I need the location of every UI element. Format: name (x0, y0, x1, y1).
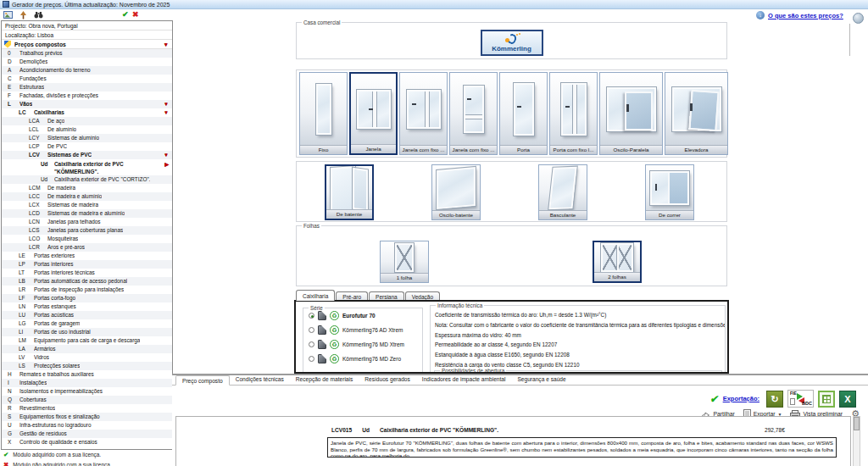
tree-item[interactable]: LR Portas de inspecção para instalações (2, 286, 172, 294)
tree-item[interactable]: LI Portas de uso industrial (2, 328, 172, 336)
item-description[interactable]: Janela de PVC, série Eurofutur 70 "KÖMME… (327, 437, 837, 458)
tree-item[interactable]: F Fachadas, divisões e protecções (2, 92, 172, 100)
tree-item[interactable]: LP Portas interiores (2, 260, 172, 269)
tree-item[interactable]: LM Equipamento para cais de carga e desc… (2, 336, 172, 345)
window-type-card[interactable]: Porta (499, 72, 548, 155)
tree-item[interactable]: A Acondicionamento do terreno (2, 66, 172, 75)
tree-item[interactable]: LCX Sistemas de madeira (2, 201, 172, 209)
vertical-scrollbar[interactable] (853, 416, 860, 466)
tree-item[interactable]: LN Portas estanques (2, 302, 172, 311)
tree-item[interactable]: L Vãos ▼ (2, 100, 172, 108)
window-type-card[interactable]: Janela com fixo ... (449, 72, 498, 155)
tree-item[interactable]: X Controlo de qualidade e ensaios (2, 438, 172, 447)
opening-type-card[interactable]: De batente (325, 164, 374, 220)
tree-item[interactable]: LE Portas exteriores (2, 252, 172, 260)
tree-item[interactable]: Q Coberturas (2, 396, 172, 404)
component-tab[interactable]: Caixilharia (296, 290, 335, 301)
export-link[interactable]: Exportação: (723, 395, 760, 402)
tree-item[interactable]: Ud Caixilharia exterior de PVC "KÖMMERLI… (2, 159, 172, 175)
window-type-card[interactable]: Janela com fixo ... (399, 72, 448, 155)
series-option-row[interactable]: ♻ Kömmerling76 AD Xtrem (303, 323, 422, 337)
result-tab[interactable]: Resíduos gerados (359, 374, 416, 385)
opening-type-card[interactable]: De correr (645, 164, 694, 220)
excel-export-icon[interactable]: X (839, 391, 856, 408)
tree-item[interactable]: LV Vidros (2, 353, 172, 362)
spreadsheet-export-icon[interactable] (818, 391, 835, 408)
tree-item[interactable]: LCM De madeira (2, 184, 172, 192)
tree-item[interactable]: LCY Sistemas de alumínio (2, 134, 172, 142)
slide-image-icon[interactable] (3, 10, 13, 19)
tree-item-arrow-icon[interactable]: ▶ (164, 160, 169, 169)
tree-item[interactable]: N Isolamentos e impermeabilizações (2, 387, 172, 396)
tree-item[interactable]: LCS Janelas para coberturas planas (2, 226, 172, 235)
tree-item[interactable]: LG Portas de garagem (2, 319, 172, 328)
fiebdc-export-icon[interactable]: FIE BDC (787, 390, 814, 408)
leaf-count-card[interactable]: 2 folhas (593, 241, 642, 283)
series-radio[interactable] (309, 341, 314, 347)
series-radio[interactable] (309, 356, 314, 362)
tree-item[interactable]: LCL De alumínio (2, 125, 172, 134)
binoculars-search-icon[interactable] (33, 10, 43, 19)
accept-check-icon[interactable]: ✔ (122, 9, 129, 20)
tree-item[interactable]: LCP De PVC (2, 142, 172, 151)
result-tab[interactable]: Segurança e saúde (511, 374, 571, 385)
result-tab[interactable]: Indicadores de impacte ambiental (416, 374, 512, 385)
generator-export-icon[interactable]: ↻ (766, 391, 783, 408)
location-label: Localização: Lisboa (2, 31, 172, 40)
tree-root-precos-compostos[interactable]: Preços compostos ▼ (2, 40, 172, 49)
tree-item[interactable]: LCD Sistemas de madeira e alumínio (2, 209, 172, 218)
tree-item[interactable]: LU Portas acústicas (2, 311, 172, 319)
tree-item[interactable]: LF Portas corta-fogo (2, 294, 172, 302)
close-x-icon[interactable]: ✖ (132, 9, 139, 20)
window-type-card[interactable]: Fixo (299, 72, 348, 155)
series-option-row[interactable]: ♻ Eurofutur 70 (303, 308, 422, 323)
tree-item[interactable]: D Demolições (2, 58, 172, 66)
what-are-these-prices-link[interactable]: O que são estes preços? (768, 12, 843, 19)
tree-item[interactable]: LCV Sistemas de PVC ▼ (2, 151, 172, 159)
tree-item[interactable]: C Fundações (2, 75, 172, 83)
tree-item[interactable]: LS Protecções solares (2, 362, 172, 370)
tree-item[interactable]: LCA De aço (2, 117, 172, 125)
tree-item[interactable]: LCR Aros e pré-aros (2, 243, 172, 252)
opening-type-card[interactable]: Basculante (538, 164, 587, 220)
result-tab[interactable]: Recepção de materiais (290, 374, 359, 385)
tree-item[interactable]: LC Caixilharias ▼ (2, 108, 172, 117)
series-option-row[interactable]: ♻ Kömmerling76 MD Zero (303, 352, 422, 366)
tree-item[interactable]: U Infra-estruturas no logradouro (2, 421, 172, 430)
leaf-count-card[interactable]: 1 folha (380, 241, 429, 283)
result-tab[interactable]: Preço composto (175, 375, 230, 386)
collapse-arrow-icon[interactable]: ▼ (164, 42, 169, 47)
tree-item[interactable]: E Estruturas (2, 83, 172, 92)
window-type-card[interactable]: Janela (349, 72, 398, 155)
series-radio[interactable] (309, 327, 314, 333)
opening-type-card[interactable]: Oscilo-batente (431, 164, 481, 220)
window-type-card[interactable]: Oscilo-Paralela (599, 72, 663, 155)
tree-item[interactable]: S Equipamentos fixos e sinalização (2, 413, 172, 421)
tree-item[interactable]: 0 Trabalhos prévios (2, 49, 172, 58)
tree-item[interactable]: R Revestimentos (2, 404, 172, 413)
tree-item[interactable]: LCN Janelas para telhados (2, 218, 172, 226)
tree-item[interactable]: I Instalações (2, 379, 172, 387)
tree-item[interactable]: LT Portas interiores técnicas (2, 269, 172, 277)
tree-item-arrow-icon[interactable]: ▼ (164, 151, 169, 159)
tree-item-label: Estruturas (19, 83, 44, 92)
result-tab[interactable]: Condições técnicas (230, 374, 290, 385)
brand-koemmerling-button[interactable]: Kömmerling (481, 30, 543, 56)
globe-icon[interactable] (853, 13, 864, 24)
tree-item[interactable]: G Gestão de resíduos (2, 430, 172, 438)
window-type-card[interactable]: Porta com fixo l... (549, 72, 598, 155)
tree-item-arrow-icon[interactable]: ▼ (164, 100, 169, 108)
tree-icon[interactable] (18, 10, 28, 19)
tree-item[interactable]: LCO Mosquiteiras (2, 235, 172, 243)
tree-item[interactable]: Ud Caixilharia exterior de PVC "CORTIZO"… (2, 175, 172, 184)
scrollbar-thumb[interactable] (854, 417, 860, 430)
tree-item-arrow-icon[interactable]: ▼ (164, 108, 169, 117)
bottom-panel: Preço composto Condições técnicas Recepç… (172, 374, 868, 466)
tree-item[interactable]: H Remates e trabalhos auxiliares (2, 370, 172, 379)
tree-item[interactable]: LA Armários (2, 345, 172, 353)
window-type-card[interactable]: Elevadora (665, 72, 728, 155)
tree-item[interactable]: LB Portas automáticas de acesso pedonal (2, 277, 172, 286)
series-option-row[interactable]: ♻ Kömmerling76 MD Xtrem (303, 337, 422, 352)
tree-item[interactable]: LCC De madeira e alumínio (2, 192, 172, 201)
series-radio[interactable] (309, 313, 314, 319)
